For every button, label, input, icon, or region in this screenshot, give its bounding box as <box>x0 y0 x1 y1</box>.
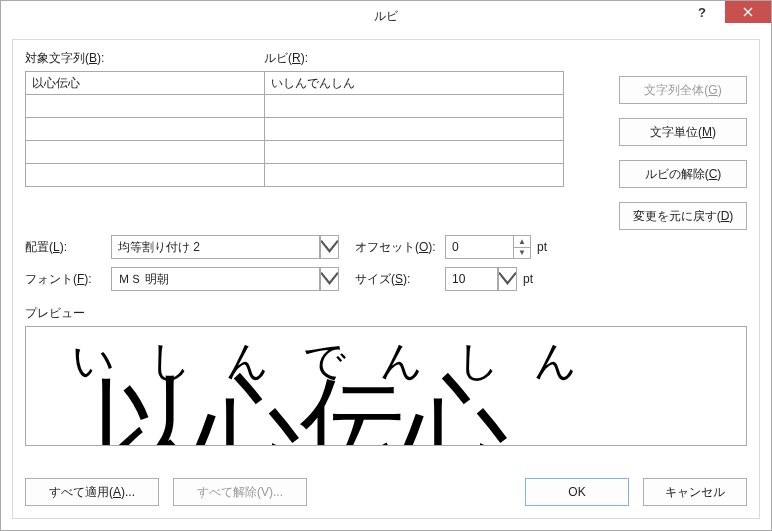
table-row <box>26 141 564 164</box>
clear-all-button: すべて解除(V)... <box>173 478 307 506</box>
per-character-button[interactable]: 文字単位(M) <box>619 118 747 146</box>
base-text-label: 対象文字列(B): <box>25 50 264 67</box>
reset-changes-button[interactable]: 変更を元に戻す(D) <box>619 202 747 230</box>
base-cell[interactable] <box>26 95 265 118</box>
spin-down-icon[interactable]: ▼ <box>514 248 530 259</box>
font-label: フォント(F): <box>25 271 111 288</box>
base-cell[interactable] <box>26 164 265 187</box>
dialog-body: 対象文字列(B): ルビ(R): 以心伝心いしんでんしん 文字列全体(G) 文字… <box>12 39 760 519</box>
titlebar-buttons: ? <box>679 1 771 23</box>
ruby-cell[interactable] <box>265 95 564 118</box>
chevron-down-icon <box>319 268 338 290</box>
size-label: サイズ(S): <box>355 271 445 288</box>
ruby-cell[interactable] <box>265 141 564 164</box>
help-button[interactable]: ? <box>679 1 725 23</box>
offset-unit: pt <box>537 240 547 254</box>
offset-spinner[interactable]: 0 ▲▼ <box>445 235 531 259</box>
spinner-buttons: ▲▼ <box>513 236 530 258</box>
spin-up-icon[interactable]: ▲ <box>514 236 530 248</box>
ruby-dialog: ルビ ? 対象文字列(B): ルビ(R): 以心伝心いしんでんしん 文字列全体(… <box>0 0 772 531</box>
close-button[interactable] <box>725 1 771 23</box>
base-cell[interactable]: 以心伝心 <box>26 72 265 95</box>
chevron-down-icon <box>319 236 338 258</box>
footer: すべて適用(A)... すべて解除(V)... OK キャンセル <box>25 478 747 506</box>
alignment-combo[interactable]: 均等割り付け 2 <box>111 235 339 259</box>
base-cell[interactable] <box>26 118 265 141</box>
dialog-title: ルビ <box>1 8 771 25</box>
chevron-down-icon <box>497 268 516 290</box>
offset-label: オフセット(O): <box>355 239 445 256</box>
ruby-text-label: ルビ(R): <box>264 50 308 67</box>
table-row <box>26 95 564 118</box>
preview-label: プレビュー <box>25 305 747 322</box>
clear-ruby-button[interactable]: ルビの解除(C) <box>619 160 747 188</box>
options-area: 配置(L): 均等割り付け 2 オフセット(O): 0 ▲▼ pt フォント(F… <box>25 235 747 291</box>
apply-all-button[interactable]: すべて適用(A)... <box>25 478 159 506</box>
ok-button[interactable]: OK <box>525 478 629 506</box>
size-combo[interactable]: 10 <box>445 267 517 291</box>
alignment-label: 配置(L): <box>25 239 111 256</box>
side-buttons: 文字列全体(G) 文字単位(M) ルビの解除(C) 変更を元に戻す(D) <box>619 76 747 230</box>
table-row: 以心伝心いしんでんしん <box>26 72 564 95</box>
font-combo[interactable]: ＭＳ 明朝 <box>111 267 339 291</box>
ruby-cell[interactable] <box>265 118 564 141</box>
cancel-button[interactable]: キャンセル <box>643 478 747 506</box>
close-icon <box>743 7 753 17</box>
whole-string-button: 文字列全体(G) <box>619 76 747 104</box>
ruby-cell[interactable] <box>265 164 564 187</box>
title-bar: ルビ ? <box>1 1 771 31</box>
preview-box: いしんでんしん 以心伝心 <box>25 326 747 446</box>
table-row <box>26 164 564 187</box>
table-row <box>26 118 564 141</box>
preview-base-text: 以心伝心 <box>92 357 508 446</box>
base-cell[interactable] <box>26 141 265 164</box>
ruby-grid: 以心伝心いしんでんしん <box>25 71 564 187</box>
size-unit: pt <box>523 272 533 286</box>
ruby-cell[interactable]: いしんでんしん <box>265 72 564 95</box>
column-headers: 対象文字列(B): ルビ(R): <box>25 50 747 67</box>
